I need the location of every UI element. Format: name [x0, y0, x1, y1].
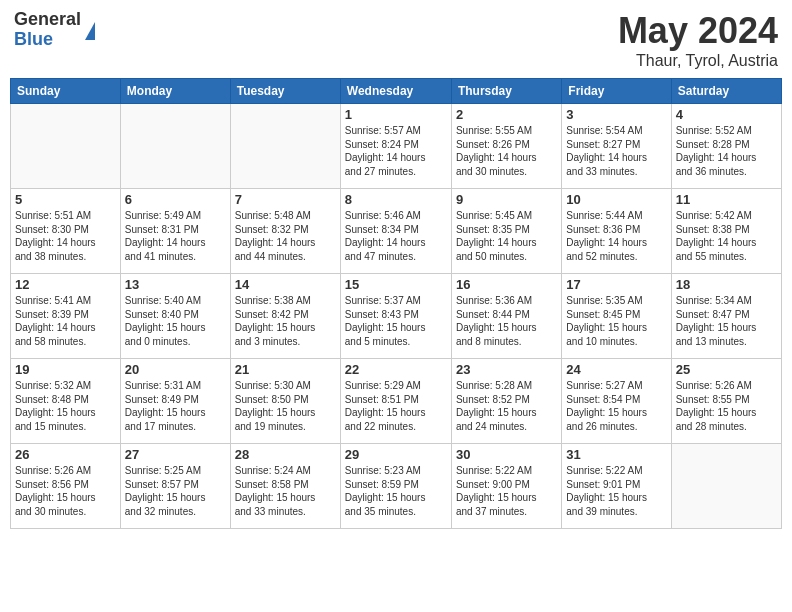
- calendar-table: SundayMondayTuesdayWednesdayThursdayFrid…: [10, 78, 782, 529]
- day-info: Sunrise: 5:51 AM Sunset: 8:30 PM Dayligh…: [15, 209, 116, 263]
- day-number: 25: [676, 362, 777, 377]
- day-number: 31: [566, 447, 666, 462]
- day-info: Sunrise: 5:32 AM Sunset: 8:48 PM Dayligh…: [15, 379, 116, 433]
- weekday-header-friday: Friday: [562, 79, 671, 104]
- calendar-cell: 2Sunrise: 5:55 AM Sunset: 8:26 PM Daylig…: [451, 104, 561, 189]
- day-number: 17: [566, 277, 666, 292]
- day-info: Sunrise: 5:22 AM Sunset: 9:00 PM Dayligh…: [456, 464, 557, 518]
- calendar-cell: 18Sunrise: 5:34 AM Sunset: 8:47 PM Dayli…: [671, 274, 781, 359]
- logo: General Blue: [14, 10, 95, 50]
- calendar-cell: [671, 444, 781, 529]
- calendar-cell: 27Sunrise: 5:25 AM Sunset: 8:57 PM Dayli…: [120, 444, 230, 529]
- day-info: Sunrise: 5:26 AM Sunset: 8:55 PM Dayligh…: [676, 379, 777, 433]
- day-info: Sunrise: 5:41 AM Sunset: 8:39 PM Dayligh…: [15, 294, 116, 348]
- week-row-1: 1Sunrise: 5:57 AM Sunset: 8:24 PM Daylig…: [11, 104, 782, 189]
- day-info: Sunrise: 5:30 AM Sunset: 8:50 PM Dayligh…: [235, 379, 336, 433]
- day-info: Sunrise: 5:49 AM Sunset: 8:31 PM Dayligh…: [125, 209, 226, 263]
- calendar-cell: 11Sunrise: 5:42 AM Sunset: 8:38 PM Dayli…: [671, 189, 781, 274]
- weekday-header-monday: Monday: [120, 79, 230, 104]
- weekday-header-sunday: Sunday: [11, 79, 121, 104]
- calendar-cell: 5Sunrise: 5:51 AM Sunset: 8:30 PM Daylig…: [11, 189, 121, 274]
- location-title: Thaur, Tyrol, Austria: [618, 52, 778, 70]
- day-number: 21: [235, 362, 336, 377]
- calendar-cell: 26Sunrise: 5:26 AM Sunset: 8:56 PM Dayli…: [11, 444, 121, 529]
- day-number: 13: [125, 277, 226, 292]
- day-info: Sunrise: 5:42 AM Sunset: 8:38 PM Dayligh…: [676, 209, 777, 263]
- calendar-cell: 31Sunrise: 5:22 AM Sunset: 9:01 PM Dayli…: [562, 444, 671, 529]
- calendar-cell: 1Sunrise: 5:57 AM Sunset: 8:24 PM Daylig…: [340, 104, 451, 189]
- day-info: Sunrise: 5:31 AM Sunset: 8:49 PM Dayligh…: [125, 379, 226, 433]
- page-header: General Blue May 2024 Thaur, Tyrol, Aust…: [10, 10, 782, 70]
- week-row-2: 5Sunrise: 5:51 AM Sunset: 8:30 PM Daylig…: [11, 189, 782, 274]
- day-info: Sunrise: 5:48 AM Sunset: 8:32 PM Dayligh…: [235, 209, 336, 263]
- calendar-cell: 15Sunrise: 5:37 AM Sunset: 8:43 PM Dayli…: [340, 274, 451, 359]
- weekday-header-row: SundayMondayTuesdayWednesdayThursdayFrid…: [11, 79, 782, 104]
- calendar-cell: 21Sunrise: 5:30 AM Sunset: 8:50 PM Dayli…: [230, 359, 340, 444]
- day-info: Sunrise: 5:24 AM Sunset: 8:58 PM Dayligh…: [235, 464, 336, 518]
- month-title: May 2024: [618, 10, 778, 52]
- calendar-cell: [230, 104, 340, 189]
- calendar-cell: 9Sunrise: 5:45 AM Sunset: 8:35 PM Daylig…: [451, 189, 561, 274]
- day-number: 29: [345, 447, 447, 462]
- day-info: Sunrise: 5:55 AM Sunset: 8:26 PM Dayligh…: [456, 124, 557, 178]
- day-info: Sunrise: 5:46 AM Sunset: 8:34 PM Dayligh…: [345, 209, 447, 263]
- day-number: 27: [125, 447, 226, 462]
- calendar-cell: 28Sunrise: 5:24 AM Sunset: 8:58 PM Dayli…: [230, 444, 340, 529]
- day-info: Sunrise: 5:54 AM Sunset: 8:27 PM Dayligh…: [566, 124, 666, 178]
- day-number: 12: [15, 277, 116, 292]
- logo-blue: Blue: [14, 30, 81, 50]
- day-info: Sunrise: 5:23 AM Sunset: 8:59 PM Dayligh…: [345, 464, 447, 518]
- calendar-cell: 16Sunrise: 5:36 AM Sunset: 8:44 PM Dayli…: [451, 274, 561, 359]
- logo-general: General: [14, 10, 81, 30]
- day-info: Sunrise: 5:40 AM Sunset: 8:40 PM Dayligh…: [125, 294, 226, 348]
- calendar-cell: 10Sunrise: 5:44 AM Sunset: 8:36 PM Dayli…: [562, 189, 671, 274]
- week-row-5: 26Sunrise: 5:26 AM Sunset: 8:56 PM Dayli…: [11, 444, 782, 529]
- day-info: Sunrise: 5:35 AM Sunset: 8:45 PM Dayligh…: [566, 294, 666, 348]
- day-number: 15: [345, 277, 447, 292]
- day-number: 11: [676, 192, 777, 207]
- day-info: Sunrise: 5:34 AM Sunset: 8:47 PM Dayligh…: [676, 294, 777, 348]
- calendar-cell: 3Sunrise: 5:54 AM Sunset: 8:27 PM Daylig…: [562, 104, 671, 189]
- day-number: 7: [235, 192, 336, 207]
- calendar-cell: 6Sunrise: 5:49 AM Sunset: 8:31 PM Daylig…: [120, 189, 230, 274]
- calendar-cell: 17Sunrise: 5:35 AM Sunset: 8:45 PM Dayli…: [562, 274, 671, 359]
- calendar-cell: 30Sunrise: 5:22 AM Sunset: 9:00 PM Dayli…: [451, 444, 561, 529]
- calendar-cell: [11, 104, 121, 189]
- day-info: Sunrise: 5:25 AM Sunset: 8:57 PM Dayligh…: [125, 464, 226, 518]
- day-number: 19: [15, 362, 116, 377]
- weekday-header-tuesday: Tuesday: [230, 79, 340, 104]
- calendar-cell: 29Sunrise: 5:23 AM Sunset: 8:59 PM Dayli…: [340, 444, 451, 529]
- calendar-cell: 13Sunrise: 5:40 AM Sunset: 8:40 PM Dayli…: [120, 274, 230, 359]
- day-number: 18: [676, 277, 777, 292]
- day-number: 8: [345, 192, 447, 207]
- day-info: Sunrise: 5:26 AM Sunset: 8:56 PM Dayligh…: [15, 464, 116, 518]
- day-number: 4: [676, 107, 777, 122]
- calendar-cell: 8Sunrise: 5:46 AM Sunset: 8:34 PM Daylig…: [340, 189, 451, 274]
- day-info: Sunrise: 5:36 AM Sunset: 8:44 PM Dayligh…: [456, 294, 557, 348]
- calendar-cell: 24Sunrise: 5:27 AM Sunset: 8:54 PM Dayli…: [562, 359, 671, 444]
- day-number: 16: [456, 277, 557, 292]
- day-number: 23: [456, 362, 557, 377]
- day-info: Sunrise: 5:29 AM Sunset: 8:51 PM Dayligh…: [345, 379, 447, 433]
- day-number: 1: [345, 107, 447, 122]
- week-row-4: 19Sunrise: 5:32 AM Sunset: 8:48 PM Dayli…: [11, 359, 782, 444]
- logo-triangle-icon: [85, 22, 95, 40]
- calendar-cell: 12Sunrise: 5:41 AM Sunset: 8:39 PM Dayli…: [11, 274, 121, 359]
- day-info: Sunrise: 5:45 AM Sunset: 8:35 PM Dayligh…: [456, 209, 557, 263]
- day-info: Sunrise: 5:57 AM Sunset: 8:24 PM Dayligh…: [345, 124, 447, 178]
- day-number: 6: [125, 192, 226, 207]
- day-number: 22: [345, 362, 447, 377]
- day-number: 3: [566, 107, 666, 122]
- title-section: May 2024 Thaur, Tyrol, Austria: [618, 10, 778, 70]
- day-number: 30: [456, 447, 557, 462]
- calendar-cell: 22Sunrise: 5:29 AM Sunset: 8:51 PM Dayli…: [340, 359, 451, 444]
- week-row-3: 12Sunrise: 5:41 AM Sunset: 8:39 PM Dayli…: [11, 274, 782, 359]
- day-info: Sunrise: 5:38 AM Sunset: 8:42 PM Dayligh…: [235, 294, 336, 348]
- calendar-cell: 20Sunrise: 5:31 AM Sunset: 8:49 PM Dayli…: [120, 359, 230, 444]
- day-info: Sunrise: 5:37 AM Sunset: 8:43 PM Dayligh…: [345, 294, 447, 348]
- calendar-cell: 7Sunrise: 5:48 AM Sunset: 8:32 PM Daylig…: [230, 189, 340, 274]
- day-info: Sunrise: 5:44 AM Sunset: 8:36 PM Dayligh…: [566, 209, 666, 263]
- day-number: 10: [566, 192, 666, 207]
- day-number: 24: [566, 362, 666, 377]
- weekday-header-thursday: Thursday: [451, 79, 561, 104]
